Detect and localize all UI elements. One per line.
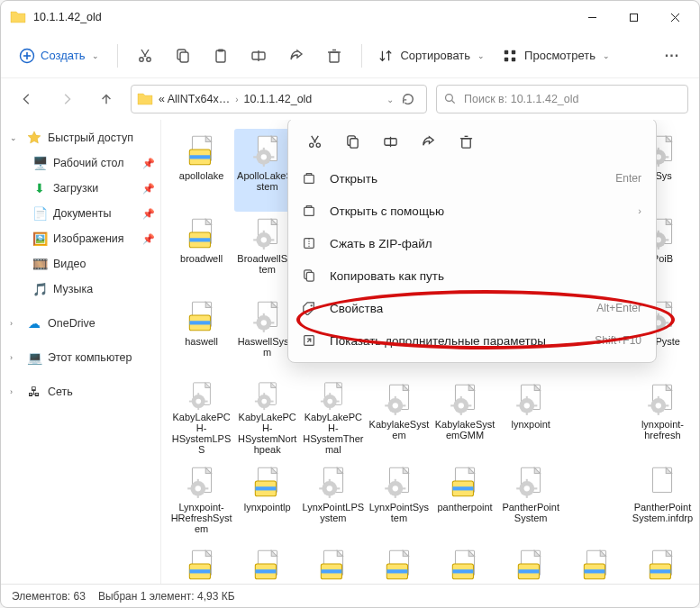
file-item[interactable]: apollolake <box>168 129 234 212</box>
chevron-right-icon: › <box>235 95 238 104</box>
cut-button[interactable] <box>127 38 163 74</box>
file-item[interactable]: broadwell <box>168 212 234 295</box>
file-item[interactable]: lynxpoint <box>498 377 564 460</box>
forward-button[interactable] <box>51 84 82 114</box>
search-input[interactable]: Поиск в: 10.1.1.42_old <box>436 85 688 113</box>
file-icon <box>381 464 417 500</box>
file-icon <box>184 381 220 410</box>
context-open[interactable]: Открыть Enter <box>288 162 656 195</box>
file-label: pantherpoint <box>437 502 492 513</box>
refresh-button[interactable] <box>395 86 421 112</box>
file-item[interactable] <box>168 543 234 584</box>
status-selection: Выбран 1 элемент: 4,93 КБ <box>98 590 235 603</box>
file-label: apollolake <box>179 170 224 181</box>
file-item[interactable]: KabylakeSystemGMM <box>432 377 498 460</box>
file-item[interactable]: PantherPointSystem <box>498 460 564 543</box>
delete-button[interactable] <box>316 38 352 74</box>
file-item[interactable] <box>234 543 300 584</box>
sidebar-thispc[interactable]: ›💻Этот компьютер <box>1 345 160 370</box>
breadcrumb-root[interactable]: « AllNTx64x… <box>159 93 230 105</box>
file-item[interactable]: LynxPointLPSystem <box>300 460 366 543</box>
sidebar-documents[interactable]: 📄Документы📌 <box>1 201 160 226</box>
context-share-button[interactable] <box>411 126 445 157</box>
navigation-pane: ⌄ Быстрый доступ 🖥️Рабочий стол📌 ⬇Загруз… <box>1 120 161 584</box>
file-item[interactable]: LynxPointSystem <box>366 460 432 543</box>
more-button[interactable]: ··· <box>654 38 690 74</box>
desktop-icon: 🖥️ <box>32 155 48 171</box>
address-bar[interactable]: « AllNTx64x… › 10.1.1.42_old ⌄ <box>131 85 427 113</box>
file-item[interactable]: lynxpoint-hrefresh <box>630 377 695 460</box>
file-item[interactable]: KabyLakePCH-HSystemLPSS <box>168 377 234 460</box>
file-item[interactable] <box>432 543 498 584</box>
sort-button[interactable]: Сортировать ⌄ <box>371 43 492 68</box>
sidebar-label: Сеть <box>48 386 73 398</box>
file-icon <box>315 547 351 583</box>
videos-icon: 🎞️ <box>32 256 48 272</box>
view-icon <box>503 49 517 63</box>
onedrive-icon: ☁ <box>26 315 42 331</box>
context-more-options[interactable]: Показать дополнительные параметры Shift+… <box>288 324 656 357</box>
file-item[interactable]: haswell <box>168 295 234 377</box>
file-item[interactable] <box>300 543 366 584</box>
copy-icon <box>175 48 191 64</box>
share-button[interactable] <box>278 38 314 74</box>
file-item[interactable]: PantherPointSystem.infdrp <box>630 460 695 543</box>
context-open-with[interactable]: Открыть с помощью › <box>288 195 656 227</box>
explorer-window: 10.1.1.42_old Создать ⌄ Сортировать ⌄ <box>0 0 700 608</box>
sidebar-network[interactable]: ›🖧Сеть <box>1 379 160 404</box>
file-item[interactable]: KabyLakePCH-HSystemThermal <box>300 377 366 460</box>
back-button[interactable] <box>12 84 42 114</box>
file-item[interactable] <box>630 543 695 584</box>
sidebar-onedrive[interactable]: ›☁OneDrive <box>1 311 160 336</box>
file-label: broadwell <box>180 253 223 264</box>
file-item[interactable] <box>564 543 630 584</box>
close-button[interactable] <box>654 1 695 33</box>
copy-button[interactable] <box>165 38 201 74</box>
file-label: PantherPointSystem.infdrp <box>632 502 694 523</box>
sidebar-videos[interactable]: 🎞️Видео <box>1 251 160 277</box>
file-icon <box>184 215 220 251</box>
file-item[interactable]: KabyLakePCH-HSystemNorthpeak <box>234 377 300 460</box>
statusbar: Элементов: 63 Выбран 1 элемент: 4,93 КБ <box>1 584 699 607</box>
chevron-down-icon: ⌄ <box>10 133 21 142</box>
file-grid[interactable]: apollolakeApolloLakeSystemlSysbroadwellB… <box>161 120 699 584</box>
breadcrumb-leaf[interactable]: 10.1.1.42_old <box>244 93 313 105</box>
file-item[interactable]: KabylakeSystem <box>366 377 432 460</box>
context-cut-button[interactable] <box>297 126 332 157</box>
expand-icon <box>301 332 317 349</box>
sidebar-pictures[interactable]: 🖼️Изображения📌 <box>1 226 160 251</box>
paste-button[interactable] <box>203 38 239 74</box>
context-zip[interactable]: Сжать в ZIP-файл <box>288 227 656 259</box>
pin-icon: 📌 <box>142 233 155 245</box>
copy-path-icon <box>301 268 317 284</box>
create-button[interactable]: Создать ⌄ <box>10 42 108 69</box>
sidebar-label: Видео <box>53 258 86 270</box>
context-label: Сжать в ZIP-файл <box>330 237 641 250</box>
context-label: Открыть с помощью <box>330 204 625 218</box>
chevron-down-icon[interactable]: ⌄ <box>386 95 394 104</box>
rename-button[interactable] <box>241 38 277 74</box>
context-delete-button[interactable] <box>449 126 483 157</box>
file-item[interactable]: pantherpoint <box>432 460 498 543</box>
maximize-button[interactable] <box>613 1 654 33</box>
sidebar-desktop[interactable]: 🖥️Рабочий стол📌 <box>1 150 160 176</box>
file-item[interactable] <box>366 543 432 584</box>
sidebar-downloads[interactable]: ⬇Загрузки📌 <box>1 176 160 201</box>
file-item[interactable] <box>498 543 564 584</box>
file-item[interactable]: lynxpointlp <box>234 460 300 543</box>
view-label: Просмотреть <box>524 49 595 62</box>
file-icon <box>315 464 351 500</box>
file-label: lynxpoint-hrefresh <box>632 419 694 440</box>
file-icon <box>513 464 549 500</box>
context-copy-button[interactable] <box>335 126 369 157</box>
sidebar-music[interactable]: 🎵Музыка <box>1 277 160 302</box>
minimize-button[interactable] <box>571 1 613 33</box>
context-properties[interactable]: Свойства Alt+Enter <box>288 292 656 324</box>
view-button[interactable]: Просмотреть ⌄ <box>495 43 617 68</box>
context-rename-button[interactable] <box>373 126 407 157</box>
sidebar-label: Этот компьютер <box>48 351 132 364</box>
file-item[interactable]: Lynxpoint-HRefreshSystem <box>168 460 234 543</box>
context-copy-path[interactable]: Копировать как путь <box>288 259 656 292</box>
up-button[interactable] <box>91 84 122 114</box>
sidebar-quick-access[interactable]: ⌄ Быстрый доступ <box>1 125 160 150</box>
